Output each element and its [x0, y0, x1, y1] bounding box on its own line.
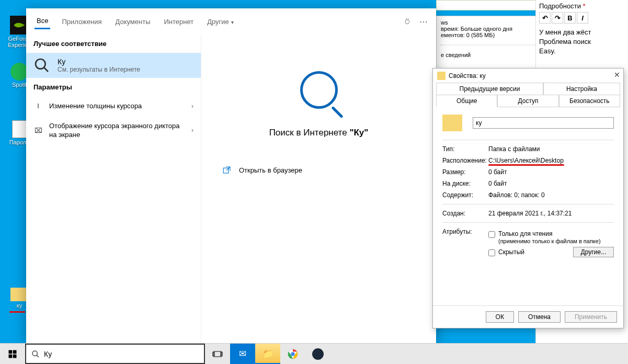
param-narrator-cursor[interactable]: ⌧ Отображение курсора экранного диктора …: [26, 116, 201, 145]
chevron-right-icon: ›: [191, 103, 193, 110]
size-on-disk-value: 0 байт: [488, 180, 614, 187]
bold-button[interactable]: B: [564, 12, 576, 24]
windows-search-panel: Все Приложения Документы Интернет Другие…: [26, 8, 436, 343]
readonly-note: (применимо только к файлам в папке): [498, 238, 601, 244]
type-label: Тип:: [442, 145, 488, 153]
tab-documents[interactable]: Документы: [113, 15, 152, 29]
location-label: Расположение:: [442, 157, 488, 164]
apply-button[interactable]: Применить: [565, 311, 617, 323]
task-view-icon[interactable]: [205, 344, 230, 365]
search-icon: [31, 350, 40, 358]
undo-button[interactable]: ↶: [539, 12, 551, 24]
dialog-footer: ОК Отмена Применить: [433, 305, 623, 328]
description-line: Easy.: [539, 47, 625, 56]
svg-line-1: [44, 67, 48, 72]
underline-annotation: [9, 311, 25, 313]
search-results-column: Лучшее соответствие Ку См. результаты в …: [26, 35, 201, 343]
param-cursor-thickness[interactable]: I Изменение толщины курсора ›: [26, 96, 201, 116]
created-label: Создан:: [442, 210, 488, 217]
cursor-icon: I: [33, 102, 43, 110]
taskbar-app-explorer[interactable]: 📁: [255, 344, 280, 365]
best-match-header: Лучшее соответствие: [26, 35, 201, 53]
svg-point-7: [32, 351, 37, 356]
spotify-icon: [10, 63, 28, 81]
close-icon[interactable]: ✕: [614, 71, 620, 79]
tab-previous-versions[interactable]: Предыдущие версии: [436, 83, 543, 95]
hidden-checkbox[interactable]: [488, 249, 495, 256]
tab-all[interactable]: Все: [35, 14, 50, 29]
chevron-right-icon: ›: [191, 127, 193, 134]
dialog-titlebar: Свойства: ку ✕: [433, 69, 623, 83]
search-preview-icon: [300, 71, 338, 109]
text-file-icon: [12, 120, 27, 138]
more-options-icon[interactable]: ⋯: [419, 17, 428, 27]
open-in-browser[interactable]: Открыть в браузере: [201, 159, 436, 181]
editor-toolbar: ↶ ↷ B I: [539, 12, 625, 24]
best-match-result[interactable]: Ку См. результаты в Интернете: [26, 53, 201, 78]
tab-customize[interactable]: Настройка: [543, 83, 620, 95]
tab-security[interactable]: Безопасность: [559, 95, 620, 107]
folder-name-input[interactable]: [473, 117, 614, 129]
description-line: У меня два жёст: [539, 28, 625, 37]
created-value: 21 февраля 2021 г., 14:37:21: [488, 210, 614, 217]
best-match-subtitle: См. результаты в Интернете: [58, 66, 140, 73]
tab-apps[interactable]: Приложения: [60, 15, 104, 29]
tab-general[interactable]: Общие: [436, 95, 497, 107]
param-label: Изменение толщины курсора: [49, 101, 185, 111]
ok-button[interactable]: ОК: [486, 311, 514, 323]
svg-point-0: [36, 59, 45, 69]
svg-rect-6: [13, 354, 17, 358]
tab-sharing[interactable]: Доступ: [497, 95, 558, 107]
feedback-icon[interactable]: ⍥: [405, 17, 410, 27]
size-label: Размер:: [442, 168, 488, 176]
dialog-body: Тип:Папка с файлами Расположение:C:\User…: [433, 107, 623, 305]
folder-icon: [10, 288, 28, 301]
type-value: Папка с файлами: [488, 145, 614, 153]
taskbar-search-input[interactable]: [44, 350, 199, 358]
open-browser-label: Открыть в браузере: [239, 166, 302, 174]
svg-rect-5: [9, 354, 13, 358]
narrator-icon: ⌧: [33, 127, 43, 134]
taskbar: ✉ 📁: [0, 343, 628, 364]
tab-more[interactable]: Другие: [205, 15, 236, 29]
attributes-label: Атрибуты:: [442, 228, 488, 235]
details-header: Подробности: [539, 2, 581, 10]
hidden-label: Скрытый: [498, 248, 524, 256]
underline-annotation: [488, 164, 564, 166]
location-value: C:\Users\Алексей\Desktop: [488, 157, 614, 164]
other-attributes-button[interactable]: Другие...: [573, 247, 614, 257]
folder-icon: [442, 115, 462, 131]
svg-rect-3: [9, 350, 13, 354]
tab-internet[interactable]: Интернет: [162, 15, 196, 29]
italic-button[interactable]: I: [577, 12, 588, 24]
taskbar-app-chrome[interactable]: [280, 344, 305, 365]
readonly-label: Только для чтения: [498, 230, 552, 237]
svg-rect-4: [13, 350, 17, 354]
size-value: 0 байт: [488, 168, 614, 176]
best-match-title: Ку: [58, 58, 140, 66]
required-asterisk: *: [583, 2, 586, 10]
parameters-header: Параметры: [26, 78, 201, 96]
start-button[interactable]: [0, 344, 25, 364]
open-link-icon: [222, 165, 232, 175]
taskbar-app-mail[interactable]: ✉: [230, 344, 255, 365]
size-on-disk-label: На диске:: [442, 180, 488, 187]
search-icon: [33, 57, 50, 74]
readonly-checkbox[interactable]: [488, 231, 495, 238]
svg-line-8: [37, 355, 39, 357]
search-preview-column: Поиск в Интернете "Ку" Открыть в браузер…: [201, 35, 436, 343]
contains-value: Файлов: 0; папок: 0: [488, 191, 614, 199]
folder-properties-dialog: Свойства: ку ✕ Предыдущие версии Настрой…: [432, 68, 624, 328]
contains-label: Содержит:: [442, 191, 488, 199]
redo-button[interactable]: ↷: [552, 12, 563, 24]
description-line: Проблема поиск: [539, 37, 625, 47]
search-tabs: Все Приложения Документы Интернет Другие…: [26, 8, 436, 35]
svg-point-13: [291, 352, 294, 356]
cancel-button[interactable]: Отмена: [518, 311, 561, 323]
taskbar-app-steam[interactable]: [305, 344, 330, 365]
dialog-title: Свойства: ку: [449, 72, 486, 79]
folder-icon: [437, 72, 446, 80]
param-label: Отображение курсора экранного диктора на…: [49, 121, 185, 140]
web-search-title: Поиск в Интернете "Ку": [269, 128, 369, 138]
taskbar-search[interactable]: [25, 344, 205, 364]
